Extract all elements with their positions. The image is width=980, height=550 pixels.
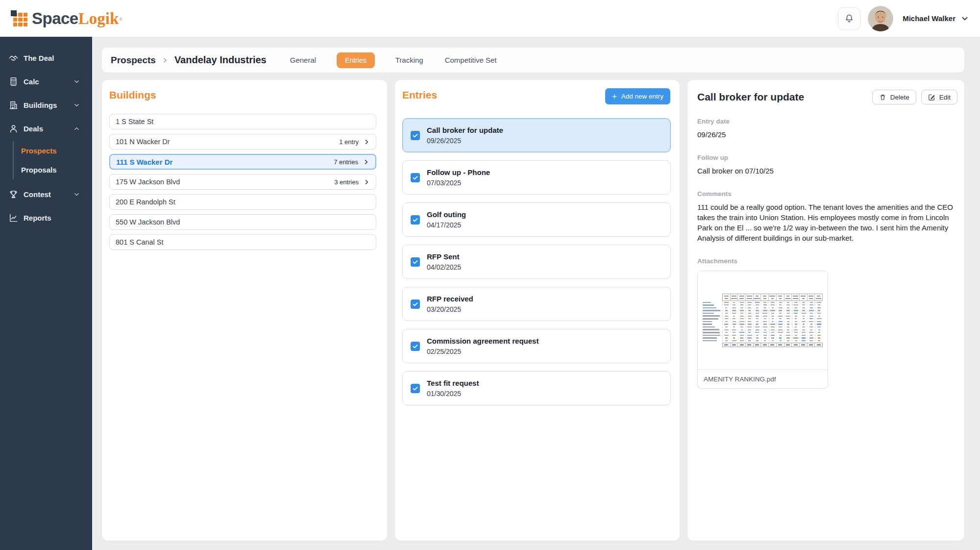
building-row[interactable]: 550 W Jackson Blvd xyxy=(109,214,376,230)
building-row[interactable]: 111 S Wacker Dr7 entries xyxy=(109,154,376,170)
sidebar-item-label: The Deal xyxy=(24,54,54,62)
page-title: Vandelay Industries xyxy=(174,54,267,66)
tab-general[interactable]: General xyxy=(289,52,317,68)
building-row[interactable]: 801 S Canal St xyxy=(109,234,376,250)
chart-icon xyxy=(9,213,18,223)
entry-checkbox-checked[interactable] xyxy=(411,300,420,309)
trash-icon xyxy=(879,94,886,101)
sidebar-item-label: Calc xyxy=(24,77,39,86)
building-entry-count: 7 entries xyxy=(334,158,358,166)
chevron-right-icon xyxy=(162,57,169,64)
comments-value: 111 could be a really good option. The t… xyxy=(697,202,957,243)
sidebar-item-prospects[interactable]: Prospects xyxy=(14,141,92,160)
building-entry-count: 3 entries xyxy=(334,178,359,186)
entry-date-value: 09/26/25 xyxy=(697,129,957,140)
entry-checkbox-checked[interactable] xyxy=(411,173,420,182)
sidebar-item-buildings[interactable]: Buildings xyxy=(0,93,92,117)
breadcrumb-bar: Prospects Vandelay Industries GeneralEnt… xyxy=(102,48,964,73)
tab-competitive-set[interactable]: Competitive Set xyxy=(444,52,498,68)
building-name: 175 W Jackson Blvd xyxy=(116,178,180,186)
entry-date: 02/25/2025 xyxy=(427,347,539,356)
add-new-entry-button[interactable]: + Add new entry xyxy=(605,88,670,104)
sidebar-item-proposals[interactable]: Proposals xyxy=(14,160,92,179)
entry-card[interactable]: Commission agreement request02/25/2025 xyxy=(402,329,671,363)
chevron-right-icon xyxy=(364,139,370,145)
entry-date-label: Entry date xyxy=(697,118,957,125)
entries-list: Call broker for update09/26/2025Follow u… xyxy=(402,118,671,405)
entry-title: Test fit request xyxy=(427,379,479,388)
buildings-panel: Buildings 1 S State St101 N Wacker Dr1 e… xyxy=(102,80,387,541)
entries-panel: Entries + Add new entry Call broker for … xyxy=(395,80,680,541)
chevron-right-icon xyxy=(363,159,369,165)
chevron-down-icon xyxy=(73,101,80,109)
entry-date: 04/02/2025 xyxy=(427,263,461,272)
registered-mark: ® xyxy=(119,12,122,27)
entry-date: 07/03/2025 xyxy=(427,178,490,187)
building-name: 200 E Randolph St xyxy=(116,198,175,206)
notifications-button[interactable] xyxy=(838,7,860,30)
sidebar-subnav-deals: ProspectsProposals xyxy=(13,141,92,179)
add-new-entry-label: Add new entry xyxy=(621,93,663,100)
entry-card[interactable]: Golf outing04/17/2025 xyxy=(402,202,671,237)
building-name: 801 S Canal St xyxy=(116,238,164,246)
entry-checkbox-checked[interactable] xyxy=(411,384,420,393)
sidebar-item-the-deal[interactable]: The Deal xyxy=(0,46,92,70)
building-icon xyxy=(9,100,18,110)
spreadsheet-thumbnail xyxy=(698,271,828,370)
building-row[interactable]: 200 E Randolph St xyxy=(109,194,376,210)
entry-title: Follow up - Phone xyxy=(427,168,490,177)
attachments-label: Attachments xyxy=(697,257,957,265)
chevron-right-icon xyxy=(364,179,370,185)
entry-card[interactable]: RFP received03/20/2025 xyxy=(402,287,671,321)
sidebar-item-deals[interactable]: Deals xyxy=(0,117,92,140)
building-row[interactable]: 175 W Jackson Blvd3 entries xyxy=(109,174,376,190)
user-name: Michael Walker xyxy=(903,14,956,23)
delete-button-label: Delete xyxy=(890,94,909,101)
user-avatar[interactable] xyxy=(868,6,893,31)
logo-text-logik: Logik xyxy=(78,10,119,27)
sidebar-item-label: Buildings xyxy=(24,101,57,109)
spacelogik-grid-icon xyxy=(11,10,27,27)
app-logo: SpaceLogik® xyxy=(11,10,122,27)
tab-tracking[interactable]: Tracking xyxy=(394,52,424,68)
building-entry-count: 1 entry xyxy=(339,138,359,146)
edit-button[interactable]: Edit xyxy=(921,90,957,104)
entry-card[interactable]: Test fit request01/30/2025 xyxy=(402,371,671,405)
mini-spreadsheet xyxy=(703,294,823,347)
entry-card[interactable]: Follow up - Phone07/03/2025 xyxy=(402,160,671,195)
chevron-up-icon xyxy=(73,125,80,132)
building-row[interactable]: 101 N Wacker Dr1 entry xyxy=(109,134,376,150)
building-name: 550 W Jackson Blvd xyxy=(116,218,180,226)
entry-card[interactable]: RFP Sent04/02/2025 xyxy=(402,245,671,279)
entry-checkbox-checked[interactable] xyxy=(411,342,420,351)
breadcrumb-prospects-link[interactable]: Prospects xyxy=(111,55,156,66)
edit-button-label: Edit xyxy=(939,94,951,101)
entry-title: RFP received xyxy=(427,295,473,303)
sidebar-item-calc[interactable]: Calc xyxy=(0,70,92,93)
tab-entries[interactable]: Entries xyxy=(337,52,375,68)
delete-button[interactable]: Delete xyxy=(872,90,916,104)
entry-checkbox-checked[interactable] xyxy=(411,215,420,225)
building-row[interactable]: 1 S State St xyxy=(109,114,376,129)
sidebar-nav: The DealCalcBuildingsDealsProspectsPropo… xyxy=(0,37,92,550)
entry-checkbox-checked[interactable] xyxy=(411,131,420,140)
user-menu[interactable]: Michael Walker xyxy=(901,14,969,23)
entry-date: 01/30/2025 xyxy=(427,389,479,398)
comments-label: Comments xyxy=(697,190,957,198)
calculator-icon xyxy=(9,77,18,86)
sidebar-item-label: Reports xyxy=(24,214,51,222)
sidebar-item-reports[interactable]: Reports xyxy=(0,206,92,229)
entry-card[interactable]: Call broker for update09/26/2025 xyxy=(402,118,671,152)
edit-icon xyxy=(928,94,935,101)
attachment-card[interactable]: AMENITY RANKING.pdf xyxy=(697,271,828,389)
main-area: Prospects Vandelay Industries GeneralEnt… xyxy=(92,37,980,550)
sidebar-item-contest[interactable]: Contest xyxy=(0,182,92,206)
entry-title: Commission agreement request xyxy=(427,337,539,346)
app-header: SpaceLogik® Michael Walker xyxy=(0,0,980,37)
entry-checkbox-checked[interactable] xyxy=(411,257,420,267)
buildings-panel-title: Buildings xyxy=(109,89,387,101)
chevron-down-icon xyxy=(73,191,80,198)
handshake-icon xyxy=(9,53,18,63)
sidebar-item-label: Deals xyxy=(24,125,43,133)
entry-title: RFP Sent xyxy=(427,252,461,261)
